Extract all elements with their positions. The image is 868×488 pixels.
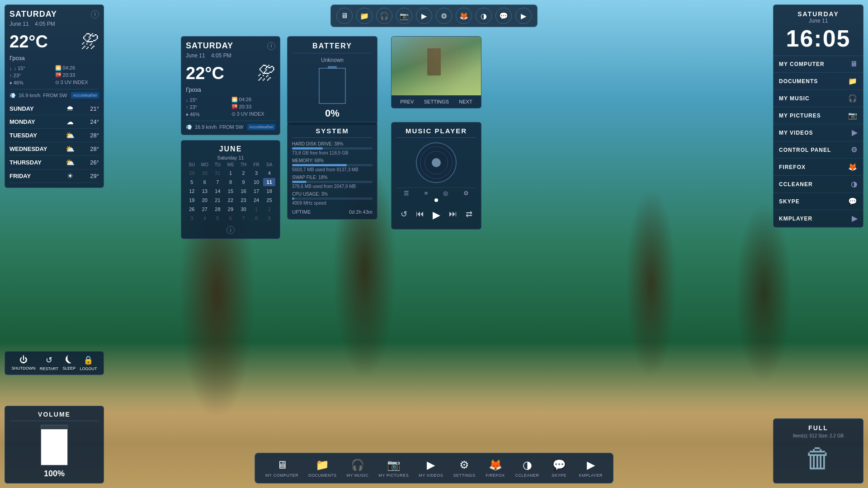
taskbar-skype[interactable]: 💬 SKYPE: [546, 457, 573, 479]
music-list-icon[interactable]: ☰: [404, 190, 409, 197]
nav-computer-icon[interactable]: 🖥: [336, 8, 353, 24]
cal-cell[interactable]: 6: [225, 214, 237, 222]
left-weather-info-btn[interactable]: i: [91, 10, 99, 19]
calendar-info-btn[interactable]: i: [226, 226, 235, 234]
music-next-btn[interactable]: ⏭: [449, 209, 457, 221]
right-menu-ccleaner[interactable]: CCLEANER ◑: [774, 176, 863, 193]
cal-cell[interactable]: 30: [199, 169, 211, 177]
nav-kmplayer-icon[interactable]: ▶: [515, 8, 532, 24]
recycle-bin-icon[interactable]: 🗑: [779, 443, 858, 474]
left-weather-panel: SATURDAY i June 11 4:05 PM 22°C ⛈ Гроза …: [5, 5, 104, 188]
cal-cell[interactable]: 7: [237, 214, 250, 222]
sleep-button[interactable]: ⏾ SLEEP: [62, 355, 75, 371]
nav-settings-icon[interactable]: ⚙: [436, 8, 452, 24]
cal-cell[interactable]: 6: [199, 178, 211, 186]
cal-cell[interactable]: 9: [237, 178, 250, 186]
cal-cell[interactable]: 17: [250, 187, 263, 195]
music-eq-icon[interactable]: ≡: [425, 190, 428, 197]
cal-cell[interactable]: 16: [237, 187, 250, 195]
cal-cell[interactable]: 25: [263, 196, 275, 204]
cal-cell[interactable]: 3: [250, 169, 263, 177]
cal-cell[interactable]: 15: [225, 187, 237, 195]
cal-cell[interactable]: 19: [186, 196, 198, 204]
right-menu-documents[interactable]: DOCUMENTS 📁: [774, 73, 863, 90]
cal-cell[interactable]: 2: [263, 205, 275, 213]
nav-firefox-icon[interactable]: 🦊: [456, 8, 472, 24]
taskbar-firefox[interactable]: 🦊 FIREFOX: [482, 457, 509, 479]
nav-play-icon[interactable]: ▶: [416, 8, 432, 24]
music-vis-icon[interactable]: ◎: [443, 190, 448, 197]
taskbar-computer-icon: 🖥: [277, 459, 288, 471]
taskbar-ccleaner[interactable]: ◑ CCLEANER: [512, 457, 543, 479]
cal-cell[interactable]: 3: [186, 214, 198, 222]
center-weather-info-btn[interactable]: i: [267, 42, 275, 50]
cal-cell[interactable]: 4: [263, 169, 275, 177]
nav-headphones-icon[interactable]: 🎧: [376, 8, 392, 24]
music-play-btn[interactable]: ▶: [433, 209, 440, 221]
cal-cell[interactable]: 29: [225, 205, 237, 213]
cal-cell[interactable]: 18: [263, 187, 275, 195]
cal-cell[interactable]: 21: [212, 196, 224, 204]
music-repeat-btn[interactable]: ↺: [401, 209, 407, 221]
cal-cell[interactable]: 4: [199, 214, 211, 222]
logout-button[interactable]: 🔒 LOGOUT: [80, 355, 97, 371]
taskbar-music[interactable]: 🎧 MY MUSIC: [343, 457, 372, 479]
cal-cell[interactable]: 28: [212, 205, 224, 213]
nav-folder-icon[interactable]: 📁: [356, 8, 373, 24]
taskbar-pictures[interactable]: 📷 MY PICTURES: [375, 457, 412, 479]
cal-cell[interactable]: 8: [225, 178, 237, 186]
right-menu-videos[interactable]: MY VIDEOS ▶: [774, 124, 863, 141]
taskbar-videos[interactable]: ▶ MY VIDEOS: [415, 457, 447, 479]
taskbar-ccleaner-icon: ◑: [523, 459, 532, 471]
photo-next-btn[interactable]: NEXT: [459, 99, 472, 104]
restart-button[interactable]: ↺ RESTART: [40, 355, 58, 371]
nav-camera-icon[interactable]: 📷: [396, 8, 412, 24]
nav-skype-icon[interactable]: 💬: [495, 8, 512, 24]
cal-cell[interactable]: 8: [250, 214, 263, 222]
taskbar-skype-label: SKYPE: [552, 473, 566, 478]
right-menu-control-panel[interactable]: CONTROL PANEL ⚙: [774, 141, 863, 159]
right-menu-music[interactable]: MY MUSIC 🎧: [774, 90, 863, 107]
right-menu-pictures[interactable]: MY PICTURES 📷: [774, 107, 863, 124]
cal-cell[interactable]: 1: [225, 169, 237, 177]
right-menu-kmplayer[interactable]: KMPLAYER ▶: [774, 210, 863, 227]
cal-cell[interactable]: 10: [250, 178, 263, 186]
cal-cell[interactable]: 29: [186, 169, 198, 177]
cal-cell[interactable]: 22: [225, 196, 237, 204]
cal-cell[interactable]: 26: [186, 205, 198, 213]
left-weather-icon: ⛈: [81, 32, 99, 52]
cal-cell[interactable]: 13: [199, 187, 211, 195]
cal-cell[interactable]: 7: [212, 178, 224, 186]
cal-cell[interactable]: 1: [250, 205, 263, 213]
cal-cell[interactable]: 14: [212, 187, 224, 195]
cal-cell[interactable]: 24: [250, 196, 263, 204]
progress-dot: [434, 198, 438, 202]
cal-cell[interactable]: 27: [199, 205, 211, 213]
computer-icon: 🖥: [850, 60, 858, 68]
cal-cell[interactable]: 9: [263, 214, 275, 222]
cal-cell[interactable]: 31: [212, 169, 224, 177]
cal-cell-today[interactable]: 11: [263, 178, 275, 186]
nav-ccleaner-icon[interactable]: ◑: [476, 8, 492, 24]
taskbar-computer[interactable]: 🖥 MY COMPUTER: [262, 457, 302, 479]
music-prev-btn[interactable]: ⏮: [416, 209, 424, 221]
taskbar-documents[interactable]: 📁 DOCUMENTS: [305, 457, 340, 479]
cal-cell[interactable]: 23: [237, 196, 250, 204]
cal-cell[interactable]: 5: [212, 214, 224, 222]
taskbar-settings[interactable]: ⚙ SETTINGS: [450, 457, 479, 479]
music-shuffle-btn[interactable]: ⇄: [466, 209, 472, 221]
music-settings-icon[interactable]: ⚙: [463, 190, 469, 197]
right-menu-computer[interactable]: MY COMPUTER 🖥: [774, 56, 863, 73]
right-menu-skype[interactable]: SKYPE 💬: [774, 193, 863, 210]
photo-settings-btn[interactable]: SETTINGS: [424, 99, 449, 104]
cal-cell[interactable]: 12: [186, 187, 198, 195]
right-menu-firefox[interactable]: FIREFOX 🦊: [774, 159, 863, 176]
cal-cell[interactable]: 2: [237, 169, 250, 177]
cal-cell[interactable]: 30: [237, 205, 250, 213]
cal-cell[interactable]: 20: [199, 196, 211, 204]
photo-prev-btn[interactable]: PREV: [400, 99, 414, 104]
cal-cell[interactable]: 5: [186, 178, 198, 186]
shutdown-button[interactable]: ⏻ SHUTDOWN: [12, 355, 36, 371]
restart-label: RESTART: [40, 366, 58, 371]
taskbar-kmplayer[interactable]: ▶ KMPLAYER: [576, 457, 606, 479]
